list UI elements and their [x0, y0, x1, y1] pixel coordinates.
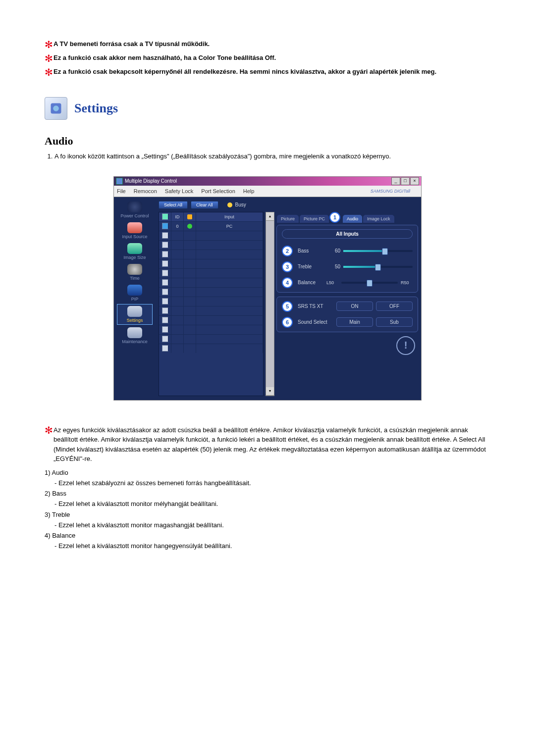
bass-value: 60 — [326, 248, 340, 253]
scroll-down-icon[interactable]: ▾ — [266, 387, 274, 396]
row-checkbox[interactable] — [162, 345, 168, 352]
scroll-up-icon[interactable]: ▴ — [266, 212, 274, 221]
menu-help[interactable]: Help — [243, 188, 255, 194]
section-title: Settings — [74, 101, 118, 116]
balance-slider[interactable] — [341, 282, 398, 284]
col-input: Input — [196, 212, 263, 221]
header-checkbox[interactable] — [162, 213, 168, 220]
row-checkbox[interactable] — [162, 317, 168, 323]
note-2: Ez a funkció csak akkor nem használható,… — [54, 53, 490, 63]
menu-port-selection[interactable]: Port Selection — [201, 188, 235, 194]
sidebar-label: PIP — [131, 297, 139, 302]
desc-title: Bass — [52, 490, 66, 497]
sidebar-item-maintenance[interactable]: Maintenance — [117, 326, 152, 346]
sidebar-label: Time — [130, 276, 140, 281]
row-checkbox[interactable] — [162, 251, 168, 257]
row-checkbox[interactable] — [162, 223, 168, 229]
bass-slider[interactable] — [343, 250, 413, 252]
desc-detail: - Ezzel lehet a kiválasztott monitor han… — [54, 541, 490, 551]
balance-left: L50 — [326, 280, 338, 285]
sidebar-item-time[interactable]: Time — [117, 262, 152, 282]
tab-picture-pc[interactable]: Picture PC — [299, 214, 329, 223]
row-input: PC — [196, 222, 263, 231]
sidebar-label: Input Source — [122, 234, 147, 239]
sidebar-label: Power Control — [120, 213, 149, 218]
menubar: File Remocon Safety Lock Port Selection … — [114, 186, 421, 197]
sound-sub-button[interactable]: Sub — [376, 317, 413, 327]
sidebar-item-settings[interactable]: Settings — [117, 304, 153, 325]
row-checkbox[interactable] — [162, 289, 168, 295]
star-icon: ✻ — [45, 40, 54, 50]
desc-title: Audio — [52, 469, 68, 476]
menu-file[interactable]: File — [117, 188, 126, 194]
status-dot-icon — [187, 224, 193, 229]
star-icon: ✻ — [45, 67, 54, 77]
sidebar-item-input[interactable]: Input Source — [117, 221, 152, 241]
row-checkbox[interactable] — [162, 336, 168, 342]
busy-indicator-icon — [227, 202, 232, 207]
note-1: A TV bemeneti forrása csak a TV típusnál… — [54, 40, 490, 50]
srs-off-button[interactable]: OFF — [376, 302, 413, 311]
balance-right: R50 — [401, 280, 413, 285]
tab-image-lock[interactable]: Image Lock — [363, 214, 395, 223]
callout-1: 1 — [329, 212, 340, 223]
settings-icon — [127, 306, 142, 317]
row-checkbox[interactable] — [162, 326, 168, 333]
row-checkbox[interactable] — [162, 298, 168, 304]
desc-num: 1) — [45, 469, 51, 476]
callout-4: 4 — [282, 277, 293, 288]
treble-slider[interactable] — [343, 266, 413, 268]
sound-main-button[interactable]: Main — [336, 317, 373, 327]
pip-icon — [127, 285, 142, 296]
desc-num: 4) — [45, 532, 51, 539]
clear-all-button[interactable]: Clear All — [191, 201, 218, 209]
audio-panel-2: 5 SRS TS XT ON OFF 6 Sound Select Main S… — [276, 297, 418, 332]
srs-on-button[interactable]: ON — [336, 302, 373, 311]
treble-value: 50 — [326, 264, 340, 269]
app-icon — [116, 178, 123, 185]
sidebar-label: Settings — [127, 318, 143, 323]
callout-6: 6 — [282, 317, 293, 328]
maximize-button[interactable]: □ — [401, 177, 410, 185]
window-titlebar: Multiple Display Control _ □ × — [114, 177, 421, 186]
menu-remocon[interactable]: Remocon — [134, 188, 157, 194]
device-table: ID Input 0 PC — [159, 212, 264, 396]
row-checkbox[interactable] — [162, 279, 168, 286]
callout-5: 5 — [282, 301, 293, 312]
note-3: Ez a funkció csak bekapcsolt képernyőnél… — [54, 67, 490, 77]
row-checkbox[interactable] — [162, 242, 168, 248]
callout-3: 3 — [282, 261, 293, 272]
star-icon: ✻ — [45, 53, 54, 63]
tab-picture[interactable]: Picture — [276, 214, 299, 223]
bass-label: Bass — [298, 248, 323, 253]
sidebar-label: Maintenance — [122, 339, 148, 344]
treble-label: Treble — [298, 264, 323, 269]
menu-safety-lock[interactable]: Safety Lock — [165, 188, 193, 194]
sound-select-label: Sound Select — [298, 319, 333, 325]
description-list: 1) Audio - Ezzel lehet szabályozni az ös… — [45, 469, 490, 551]
table-row[interactable]: 0 PC — [159, 221, 263, 231]
minimize-button[interactable]: _ — [391, 177, 400, 185]
desc-detail: - Ezzel lehet szabályozni az összes beme… — [54, 478, 490, 488]
row-checkbox[interactable] — [162, 232, 168, 239]
row-checkbox[interactable] — [162, 307, 168, 314]
all-inputs-button[interactable]: All Inputs — [282, 229, 413, 239]
row-checkbox[interactable] — [162, 270, 168, 276]
audio-panel: All Inputs 2 Bass 60 3 Treble 50 — [276, 225, 418, 293]
row-checkbox[interactable] — [162, 260, 168, 267]
balance-label: Balance — [298, 280, 323, 285]
tab-audio[interactable]: Audio — [342, 214, 363, 223]
sidebar-item-imagesize[interactable]: Image Size — [117, 242, 152, 261]
sidebar-item-power[interactable]: Power Control — [117, 200, 152, 220]
info-icon[interactable]: ! — [396, 336, 415, 355]
close-button[interactable]: × — [410, 177, 419, 185]
desc-detail: - Ezzel lehet a kiválasztott monitor mag… — [54, 520, 490, 530]
svg-point-1 — [53, 105, 59, 111]
desc-num: 3) — [45, 511, 51, 518]
sidebar-item-pip[interactable]: PIP — [117, 283, 152, 303]
select-all-button[interactable]: Select All — [159, 201, 188, 209]
scrollbar[interactable]: ▴ ▾ — [266, 212, 274, 396]
desc-title: Balance — [52, 532, 75, 539]
maintenance-icon — [127, 327, 142, 338]
imagesize-icon — [127, 243, 142, 254]
